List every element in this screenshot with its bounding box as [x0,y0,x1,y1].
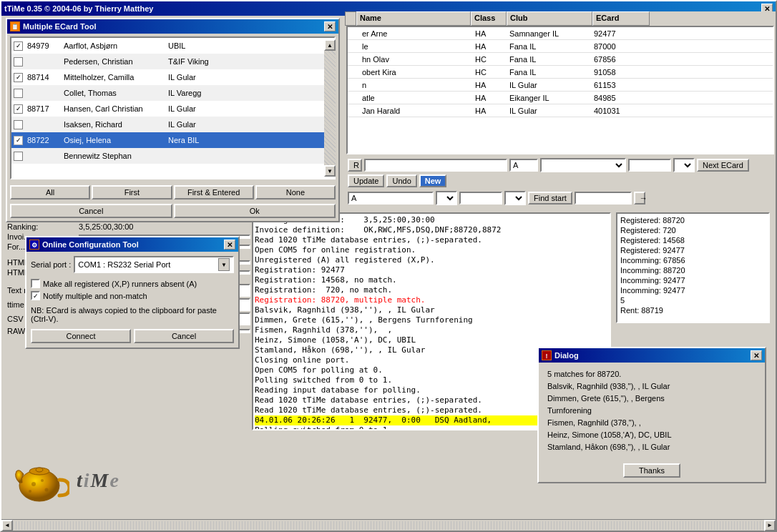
col-header-check [345,11,356,26]
ecard-search-input[interactable] [459,192,502,205]
notify-label: Notify multiple and non-match [43,292,147,300]
ecard-row[interactable]: 88717 Hansen, Carl Christian IL Gular [11,101,334,117]
scrollbar-track [13,521,764,530]
new-button[interactable]: New [419,174,447,187]
ecard-checkbox[interactable] [14,136,23,145]
col-header-name[interactable]: Name [356,11,471,26]
table-row[interactable]: n HA IL Gular 61153 [348,79,773,92]
table-row[interactable]: hn Olav HC Fana IL 67856 [348,53,773,66]
status-item: Incomming: 67856 [619,255,767,265]
svg-point-4 [41,479,44,482]
scroll-down-button[interactable]: ▼ [324,165,336,177]
ok-button[interactable]: Ok [174,204,336,218]
ecard-search-dropdown[interactable] [504,191,526,205]
search-input[interactable] [348,192,434,205]
status-item: Registered: 88720 [619,215,767,225]
col-header-ecard[interactable]: ECard [592,11,650,26]
config-note: NB: ECard is always copied to the clipbo… [31,306,234,323]
update-button[interactable]: Update [348,174,384,187]
ecard-input[interactable] [628,159,671,172]
ecard-tool-buttons-row1: All First First & Entered None [7,182,338,202]
log-line: Balsvik, Ragnhild (938,''), , IL Gular [255,305,608,315]
ecard-checkbox[interactable] [14,120,23,129]
first-entered-button[interactable]: First & Entered [174,185,254,200]
ecard-checkbox[interactable] [14,41,23,51]
undo-button[interactable]: Undo [386,174,416,187]
dialog-line: Heinz, Simone (1058,'A'), DC, UBIL [547,429,756,441]
cancel-button[interactable]: Cancel [10,204,172,218]
config-close-button[interactable]: ✕ [224,240,235,250]
ecard-name: Isaksen, Richard [64,120,164,129]
ecard-row[interactable]: Collet, Thomas IL Varegg [11,85,334,101]
col-header-class[interactable]: Class [471,11,507,26]
name-field[interactable] [575,192,632,205]
scroll-right-button[interactable]: ► [764,520,776,531]
ecard-checkbox[interactable] [14,73,23,82]
svg-point-3 [31,482,36,486]
ecard-list[interactable]: 84979 Aarflot, Asbjørn UBIL Pedersen, Ch… [10,36,336,179]
ecard-checkbox[interactable] [14,57,23,66]
serial-port-value: COM1 : RS232 Serial Port [78,260,170,269]
ecard-row-highlighted[interactable]: 88722 Osiej, Helena Nera BIL [11,132,334,148]
dialog-line: Balsvik, Ragnhild (938,''), , IL Gular [547,380,756,393]
next-ecard-button[interactable]: Next ECard [697,159,749,172]
none-button[interactable]: None [255,185,336,200]
svg-point-2 [36,468,43,472]
config-cancel-button[interactable]: Cancel [134,329,234,343]
ecard-list-scrollbar: ▲ ▼ [324,39,336,177]
all-button[interactable]: All [10,185,90,200]
svg-point-6 [29,490,31,493]
dialog-close-button[interactable]: ✕ [751,350,762,360]
r-button[interactable]: R [348,159,362,172]
ecard-row[interactable]: Isaksen, Richard IL Gular [11,117,334,132]
name-arrow-button[interactable]: → [634,192,645,205]
first-button[interactable]: First [92,185,172,200]
ecard-tool-close[interactable]: ✕ [324,21,336,31]
dialog-line: 5 matches for 88720. [547,368,756,380]
ecard-row[interactable]: Pedersen, Christian T&IF Viking [11,54,334,69]
ecard-checkbox[interactable] [14,152,23,161]
club-select[interactable] [540,158,626,172]
name-input[interactable] [364,159,507,172]
ecard-name: Hansen, Carl Christian [64,104,164,113]
serial-port-dropdown-btn[interactable]: ▼ [218,258,230,271]
find-start-button[interactable]: Find start [528,192,572,205]
table-row[interactable]: atle HA Eikanger IL 84985 [348,92,773,104]
log-line: Dimmen, Grete (615,''), , Bergens Turnfo… [255,315,608,325]
ecard-dropdown[interactable] [673,158,695,172]
ecard-row[interactable]: Bennewitz Stephan [11,148,334,164]
connect-button[interactable]: Connect [31,329,131,343]
dialog-titlebar: ! Dialog ✕ [539,348,765,363]
ecard-list-container: 84979 Aarflot, Asbjørn UBIL Pedersen, Ch… [7,36,338,179]
search-row: Find start → [345,189,776,207]
ranking-value: 3,5,25:00,30:00 [79,222,133,231]
ranking-row: Ranking: 3,5,25:00,30:00 [7,222,250,231]
ecard-checkbox[interactable] [14,104,23,114]
table-row[interactable]: obert Kira HC Fana IL 91058 [348,66,773,79]
log-line: Unregistered (A) all registered (X,P). [255,255,608,265]
ecard-row[interactable]: 84979 Aarflot, Asbjørn UBIL [11,38,334,54]
teapot-area: tiMe [12,452,155,509]
notify-checkbox[interactable] [31,291,40,300]
table-row[interactable]: le HA Fana IL 87000 [348,40,773,53]
teapot-icon [12,455,69,506]
ttime-logo: tiMe [77,469,120,492]
config-content: Serial port : COM1 : RS232 Serial Port ▼… [26,252,238,348]
absent-checkbox[interactable] [31,279,40,288]
ecard-row[interactable]: 88714 Mittelholzer, Camilla IL Gular [11,69,334,85]
search-dropdown[interactable] [436,191,457,205]
ecard-num: 88722 [27,136,59,144]
col-header-club[interactable]: Club [507,11,592,26]
table-row[interactable]: Jan Harald HA IL Gular 401031 [348,104,773,117]
ecard-checkbox[interactable] [14,89,23,98]
serial-port-field[interactable]: COM1 : RS232 Serial Port ▼ [74,256,234,273]
scroll-left-button[interactable]: ◄ [1,520,13,531]
config-titlebar: ⚙ Online Configuration Tool ✕ [26,237,238,252]
class-input[interactable] [509,159,538,172]
table-row[interactable]: er Arne HA Samnanger IL 92477 [348,27,773,40]
absent-label: Make all registered (X,P) runners absent… [43,280,197,288]
thanks-button[interactable]: Thanks [623,463,680,478]
svg-point-5 [45,488,49,492]
scroll-up-button[interactable]: ▲ [324,39,336,51]
serial-port-label: Serial port : [31,260,71,269]
